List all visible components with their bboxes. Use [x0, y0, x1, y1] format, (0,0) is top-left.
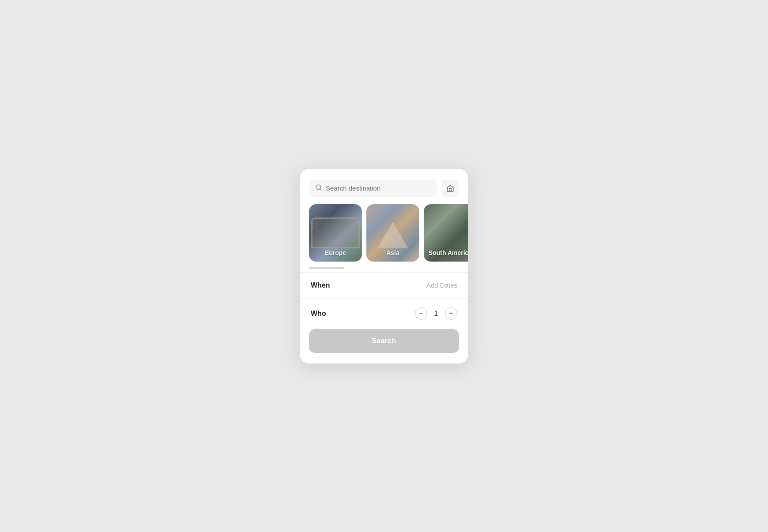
decrement-button[interactable]: − [415, 307, 427, 320]
add-dates-value[interactable]: Add Dates [426, 281, 457, 289]
destination-south-america[interactable]: South America [424, 204, 468, 262]
when-label: When [311, 281, 330, 289]
bottom-panel: When Add Dates Who − 1 + Search [300, 272, 468, 363]
when-row[interactable]: When Add Dates [300, 273, 468, 299]
search-icon [315, 184, 322, 193]
europe-label: Europe [309, 249, 362, 256]
europe-arch-decoration [311, 217, 360, 248]
search-input[interactable] [326, 184, 431, 192]
svg-line-1 [320, 189, 321, 190]
counter-group: − 1 + [415, 307, 457, 320]
asia-mountain-decoration [377, 222, 408, 248]
south-america-label: South America [424, 249, 468, 256]
who-row: Who − 1 + [300, 299, 468, 329]
search-header [300, 169, 468, 204]
scroll-indicator [300, 262, 468, 269]
who-label: Who [311, 310, 326, 318]
increment-button[interactable]: + [445, 307, 457, 320]
search-button[interactable]: Search [309, 329, 459, 353]
scroll-bar [309, 267, 344, 269]
home-icon [446, 184, 454, 192]
home-button[interactable] [441, 180, 459, 197]
counter-value: 1 [433, 310, 440, 318]
destinations-row: Europe Asia South America [300, 204, 468, 262]
asia-label: Asia [366, 249, 419, 256]
destination-asia[interactable]: Asia [366, 204, 419, 262]
travel-search-card: Europe Asia South America When Add Dates… [300, 169, 468, 363]
search-bar-container[interactable] [309, 180, 437, 197]
destination-europe[interactable]: Europe [309, 204, 362, 262]
